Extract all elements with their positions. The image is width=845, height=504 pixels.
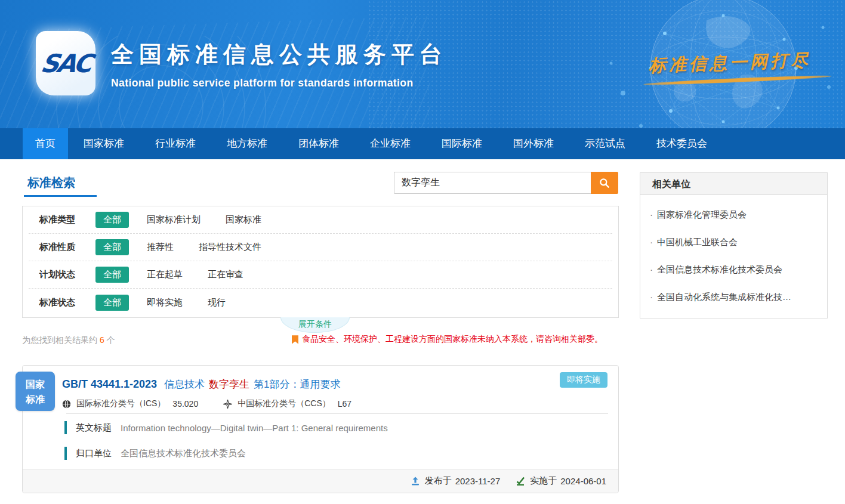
ics-value: 35.020 <box>172 399 198 409</box>
nav-item-industry-standards[interactable]: 行业标准 <box>140 128 211 159</box>
filter-row-standard-type: 标准类型 全部 国家标准计划 国家标准 <box>29 206 612 234</box>
type-badge-line2: 标准 <box>16 392 55 407</box>
site-title-cn: 全国标准信息公共服务平台 <box>111 39 448 70</box>
search-button[interactable] <box>591 172 618 194</box>
publish-date: 2023-11-27 <box>455 476 501 486</box>
publish-label: 发布于 <box>425 475 452 487</box>
filter-label: 标准性质 <box>39 242 95 253</box>
ics-label: 国际标准分类号（ICS） <box>76 398 165 409</box>
list-bullet: · <box>650 209 653 219</box>
implement-icon <box>516 477 525 486</box>
list-bullet: · <box>650 264 653 274</box>
title-segment[interactable]: 第1部分：通用要求 <box>254 379 340 390</box>
teal-bar-decoration <box>64 447 67 460</box>
filter-option[interactable]: 正在审查 <box>208 269 243 280</box>
nav-item-national-standards[interactable]: 国家标准 <box>68 128 140 159</box>
list-bullet: · <box>650 237 653 247</box>
related-unit-label: 国家标准化管理委员会 <box>657 209 747 219</box>
filter-option[interactable]: 正在起草 <box>147 269 183 280</box>
globe-icon <box>62 400 71 409</box>
committee-value: 全国信息技术标准化技术委员会 <box>121 448 246 459</box>
classification-row: 国际标准分类号（ICS） 35.020 中国标准分类号（CCS） L67 <box>62 398 351 409</box>
filter-all-button[interactable]: 全部 <box>95 295 129 311</box>
related-units-panel: 相关单位 ·国家标准化管理委员会 ·中国机械工业联合会 ·全国信息技术标准化技术… <box>640 172 828 319</box>
sac-logo[interactable]: SAC <box>36 31 95 95</box>
nav-item-pilot[interactable]: 示范试点 <box>569 128 641 159</box>
tab-active-underline <box>24 195 97 197</box>
publish-icon <box>411 477 420 486</box>
search-icon <box>599 177 610 189</box>
filter-option[interactable]: 推荐性 <box>147 242 174 253</box>
english-title-value: Information technology—Digital twin—Part… <box>121 423 388 433</box>
filter-option[interactable]: 指导性技术文件 <box>199 242 261 253</box>
english-title-label: 英文标题 <box>76 422 112 434</box>
related-unit-link[interactable]: ·全国信息技术标准化技术委员会 <box>640 256 827 283</box>
bookmark-icon <box>292 335 298 344</box>
sac-logo-text: SAC <box>39 49 92 78</box>
related-unit-label: 全国自动化系统与集成标准化技… <box>657 292 791 302</box>
status-badge: 即将实施 <box>560 372 607 388</box>
result-count-suffix: 个 <box>107 335 115 345</box>
nav-item-international-standards[interactable]: 国际标准 <box>426 128 498 159</box>
ccs-group: 中国标准分类号（CCS） L67 <box>223 398 351 409</box>
filter-option[interactable]: 国家标准 <box>226 214 261 225</box>
nav-item-technical-committee[interactable]: 技术委员会 <box>641 128 723 159</box>
ccs-label: 中国标准分类号（CCS） <box>238 398 331 409</box>
related-unit-link[interactable]: ·国家标准化管理委员会 <box>640 201 827 228</box>
search-box <box>394 172 618 194</box>
standard-code[interactable]: GB/T 43441.1-2023 <box>62 378 157 390</box>
compass-icon <box>223 400 232 409</box>
site-title-block: 全国标准信息公共服务平台 National public service pla… <box>111 39 448 89</box>
main-nav: 首页 国家标准 行业标准 地方标准 团体标准 企业标准 国际标准 国外标准 示范… <box>0 128 845 159</box>
committee-label: 归口单位 <box>76 448 112 459</box>
filter-option[interactable]: 现行 <box>208 297 226 308</box>
system-notice: 食品安全、环境保护、工程建设方面的国家标准未纳入本系统，请咨询相关部委。 <box>292 334 603 345</box>
site-header: SAC 全国标准信息公共服务平台 National public service… <box>0 0 845 128</box>
related-unit-link[interactable]: ·全国自动化系统与集成标准化技… <box>640 283 827 311</box>
filter-row-standard-nature: 标准性质 全部 推荐性 指导性技术文件 <box>29 234 612 261</box>
title-highlight[interactable]: 数字孪生 <box>209 379 249 390</box>
english-title-row: 英文标题 Information technology—Digital twin… <box>64 421 388 434</box>
related-units-list: ·国家标准化管理委员会 ·中国机械工业联合会 ·全国信息技术标准化技术委员会 ·… <box>640 195 828 319</box>
standard-type-badge: 国家 标准 <box>16 372 55 411</box>
related-unit-label: 中国机械工业联合会 <box>657 237 738 247</box>
related-unit-link[interactable]: ·中国机械工业联合会 <box>640 228 827 256</box>
filter-label: 标准类型 <box>39 214 95 225</box>
card-divider <box>66 413 608 414</box>
search-tab-title[interactable]: 标准检索 <box>27 175 75 191</box>
expand-conditions-button[interactable]: 展开条件 <box>280 317 350 333</box>
result-count: 为您找到相关结果约6个 <box>22 335 115 346</box>
filter-all-button[interactable]: 全部 <box>95 267 129 283</box>
related-unit-label: 全国信息技术标准化技术委员会 <box>657 264 782 274</box>
filter-panel: 标准类型 全部 国家标准计划 国家标准 标准性质 全部 推荐性 指导性技术文件 … <box>22 206 619 318</box>
list-bullet: · <box>650 292 653 302</box>
nav-item-foreign-standards[interactable]: 国外标准 <box>498 128 569 159</box>
title-segment[interactable]: 信息技术 <box>164 379 205 390</box>
standard-title[interactable]: GB/T 43441.1-2023信息技术数字孪生第1部分：通用要求 <box>62 378 541 391</box>
card-footer: 发布于 2023-11-27 实施于 2024-06-01 <box>23 469 618 493</box>
related-units-title: 相关单位 <box>640 172 828 195</box>
nav-item-home[interactable]: 首页 <box>23 128 68 159</box>
site-title-en: National public service platform for sta… <box>111 77 448 89</box>
implement-label: 实施于 <box>530 475 557 487</box>
search-input[interactable] <box>394 172 591 194</box>
result-card: 国家 标准 GB/T 43441.1-2023信息技术数字孪生第1部分：通用要求… <box>22 365 619 493</box>
filter-row-standard-status: 标准状态 全部 即将实施 现行 <box>29 289 612 316</box>
filter-option[interactable]: 国家标准计划 <box>147 214 201 225</box>
filter-all-button[interactable]: 全部 <box>95 239 129 255</box>
filter-label: 标准状态 <box>39 297 95 308</box>
filter-label: 计划状态 <box>39 269 95 280</box>
teal-bar-decoration <box>64 421 67 434</box>
result-count-number: 6 <box>97 335 107 345</box>
ccs-value: L67 <box>338 399 351 409</box>
page: SAC 全国标准信息公共服务平台 National public service… <box>0 0 845 504</box>
nav-item-enterprise-standards[interactable]: 企业标准 <box>354 128 426 159</box>
nav-item-local-standards[interactable]: 地方标准 <box>211 128 283 159</box>
filter-option[interactable]: 即将实施 <box>147 297 183 308</box>
result-count-prefix: 为您找到相关结果约 <box>22 335 97 345</box>
implement-date: 2024-06-01 <box>560 476 606 486</box>
nav-item-group-standards[interactable]: 团体标准 <box>283 128 354 159</box>
filter-all-button[interactable]: 全部 <box>95 212 129 228</box>
type-badge-line1: 国家 <box>16 377 55 392</box>
system-notice-text: 食品安全、环境保护、工程建设方面的国家标准未纳入本系统，请咨询相关部委。 <box>302 334 603 345</box>
